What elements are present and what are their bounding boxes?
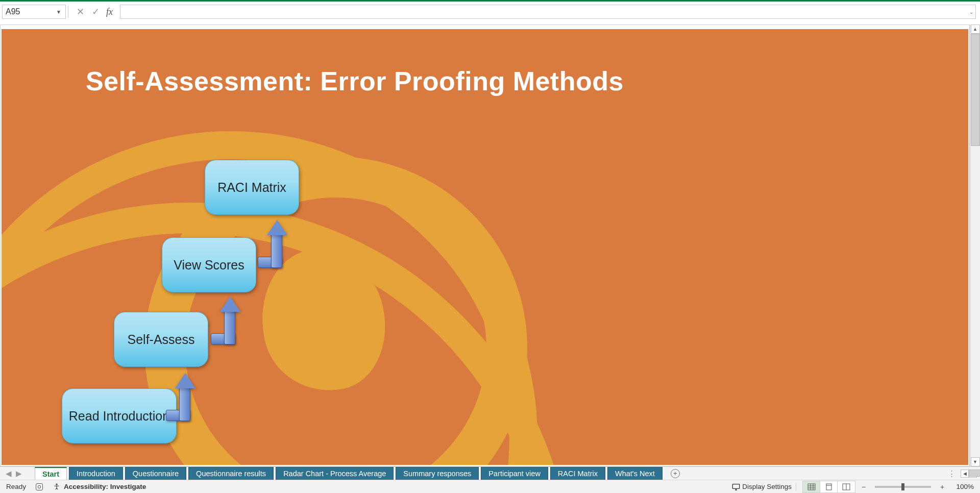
sheet-tab-questionnaire[interactable]: Questionnaire bbox=[125, 467, 186, 480]
formula-input[interactable]: ⌄ bbox=[120, 5, 976, 19]
svg-rect-1 bbox=[733, 484, 740, 488]
plus-icon: + bbox=[671, 469, 680, 478]
sheet-tab-bar: ◀ ▶ StartIntroductionQuestionnaireQuesti… bbox=[0, 466, 980, 480]
scroll-up-button[interactable]: ▲ bbox=[971, 24, 980, 34]
status-bar: Ready Accessibility: Investigate Display… bbox=[0, 480, 980, 493]
step-self-assess[interactable]: Self-Assess bbox=[114, 312, 208, 367]
status-ready: Ready bbox=[6, 483, 26, 490]
macro-record-icon[interactable] bbox=[35, 483, 43, 491]
add-sheet-button[interactable]: + bbox=[668, 467, 683, 480]
step-view-scores[interactable]: View Scores bbox=[162, 237, 256, 292]
normal-view-button[interactable] bbox=[803, 481, 820, 492]
step-raci-matrix[interactable]: RACI Matrix bbox=[205, 160, 299, 215]
cancel-formula-icon[interactable]: ✕ bbox=[76, 7, 85, 16]
sheet-tab-radar-chart-process-average[interactable]: Radar Chart - Process Average bbox=[276, 467, 394, 480]
display-settings-label: Display Settings bbox=[742, 483, 792, 490]
sheet-tab-summary-responses[interactable]: Summary responses bbox=[396, 467, 479, 480]
slide-background: Self-Assessment: Error Proofing Methods … bbox=[2, 29, 968, 465]
slide-title: Self-Assessment: Error Proofing Methods bbox=[86, 66, 624, 96]
zoom-percent[interactable]: 100% bbox=[950, 483, 974, 490]
svg-point-0 bbox=[56, 484, 57, 485]
vertical-scrollbar[interactable]: ▲ ▼ bbox=[970, 24, 980, 466]
app-top-border bbox=[0, 0, 980, 2]
formula-bar: A95 ▼ ✕ ✓ fx ⌄ bbox=[2, 4, 976, 19]
sheet-hscroll: ⋮ ◀ ▶ bbox=[944, 467, 980, 480]
hscroll-left-button[interactable]: ◀ bbox=[961, 470, 969, 478]
scroll-track[interactable] bbox=[971, 34, 980, 457]
accept-formula-icon[interactable]: ✓ bbox=[91, 7, 100, 16]
worksheet-canvas[interactable]: Self-Assessment: Error Proofing Methods … bbox=[0, 24, 970, 466]
zoom-slider[interactable] bbox=[875, 486, 931, 488]
sheet-tab-participant-view[interactable]: Participant view bbox=[481, 467, 548, 480]
zoom-in-button[interactable]: + bbox=[938, 483, 946, 491]
sheet-tab-questionnaire-results[interactable]: Questionnaire results bbox=[188, 467, 274, 480]
name-box[interactable]: A95 ▼ bbox=[2, 5, 66, 19]
sheet-tab-start[interactable]: Start bbox=[35, 467, 67, 480]
scroll-thumb[interactable] bbox=[971, 34, 980, 146]
page-break-view-button[interactable] bbox=[838, 481, 855, 492]
formula-expand-icon[interactable]: ⌄ bbox=[969, 9, 973, 15]
arrow-icon bbox=[211, 299, 241, 344]
sheet-tab-raci-matrix[interactable]: RACI Matrix bbox=[550, 467, 605, 480]
sheet-tab-introduction[interactable]: Introduction bbox=[69, 467, 123, 480]
name-box-dropdown-icon[interactable]: ▼ bbox=[55, 8, 62, 15]
name-box-value: A95 bbox=[6, 7, 20, 16]
step-label: Read Introduction bbox=[69, 409, 169, 424]
next-sheet-icon[interactable]: ▶ bbox=[15, 470, 22, 477]
scroll-down-button[interactable]: ▼ bbox=[971, 457, 980, 466]
arrow-icon bbox=[166, 375, 197, 421]
display-settings-icon bbox=[732, 483, 740, 491]
step-label: RACI Matrix bbox=[217, 180, 286, 195]
formula-buttons: ✕ ✓ fx bbox=[70, 7, 118, 17]
hscroll-thumb[interactable] bbox=[969, 470, 980, 477]
svg-rect-2 bbox=[808, 484, 815, 490]
view-switcher bbox=[802, 481, 855, 493]
step-label: Self-Assess bbox=[128, 332, 195, 347]
prev-sheet-icon[interactable]: ◀ bbox=[5, 470, 12, 477]
page-layout-view-button[interactable] bbox=[820, 481, 838, 492]
sheet-overflow-icon[interactable]: ⋮ bbox=[944, 470, 961, 478]
fx-icon[interactable]: fx bbox=[106, 7, 113, 17]
accessibility-icon bbox=[53, 483, 61, 491]
display-settings-button[interactable]: Display Settings bbox=[732, 483, 796, 491]
accessibility-status[interactable]: Accessibility: Investigate bbox=[53, 483, 146, 491]
svg-rect-7 bbox=[826, 484, 831, 490]
sheet-tabs: StartIntroductionQuestionnaireQuestionna… bbox=[28, 467, 663, 480]
zoom-slider-thumb[interactable] bbox=[901, 483, 904, 490]
step-label: View Scores bbox=[174, 258, 244, 273]
step-read-introduction[interactable]: Read Introduction bbox=[62, 388, 177, 443]
sheet-nav: ◀ ▶ bbox=[0, 467, 28, 480]
zoom-out-button[interactable]: − bbox=[860, 483, 868, 491]
divider bbox=[68, 6, 68, 18]
accessibility-text: Accessibility: Investigate bbox=[64, 483, 146, 490]
arrow-icon bbox=[258, 222, 288, 268]
sheet-tab-what-s-next[interactable]: What's Next bbox=[607, 467, 663, 480]
